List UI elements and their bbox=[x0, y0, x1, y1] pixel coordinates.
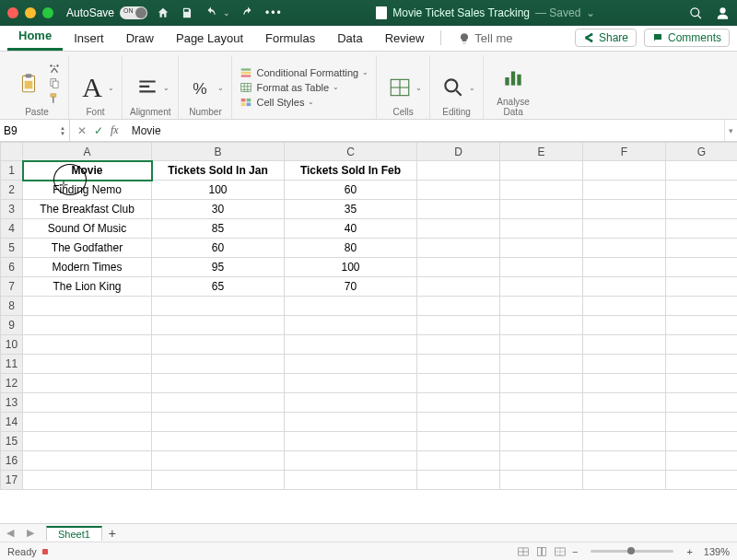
cell[interactable] bbox=[417, 393, 500, 413]
font-button[interactable]: A bbox=[76, 70, 108, 105]
macro-record-icon[interactable] bbox=[42, 549, 48, 554]
tab-formulas[interactable]: Formulas bbox=[254, 31, 326, 51]
cell[interactable] bbox=[285, 471, 417, 490]
cell[interactable] bbox=[23, 471, 152, 490]
cell[interactable] bbox=[666, 258, 738, 277]
tab-insert[interactable]: Insert bbox=[63, 31, 115, 51]
cell[interactable] bbox=[583, 374, 666, 393]
tab-review[interactable]: Review bbox=[374, 31, 436, 51]
undo-menu-chevron-icon[interactable]: ⌄ bbox=[223, 8, 230, 18]
cell[interactable] bbox=[666, 161, 738, 181]
col-header-d[interactable]: D bbox=[417, 143, 500, 161]
row-header[interactable]: 17 bbox=[1, 471, 23, 490]
more-commands-icon[interactable]: ••• bbox=[265, 6, 283, 19]
row-header[interactable]: 12 bbox=[1, 374, 23, 393]
autosave-switch[interactable]: ON bbox=[120, 6, 147, 19]
cell[interactable] bbox=[23, 451, 152, 471]
cell[interactable] bbox=[417, 258, 500, 277]
row-header[interactable]: 1 bbox=[1, 161, 23, 181]
save-icon[interactable] bbox=[181, 6, 193, 19]
page-break-view-icon[interactable] bbox=[554, 545, 567, 558]
cell[interactable] bbox=[152, 316, 285, 335]
sheet-nav-next-icon[interactable]: ▶ bbox=[20, 527, 41, 539]
cell[interactable] bbox=[417, 297, 500, 316]
cell[interactable] bbox=[666, 219, 738, 239]
cell[interactable] bbox=[500, 413, 583, 432]
cell[interactable] bbox=[666, 413, 738, 432]
zoom-slider[interactable] bbox=[591, 550, 673, 553]
cell[interactable] bbox=[152, 374, 285, 393]
autosave-toggle[interactable]: AutoSave ON bbox=[66, 6, 147, 19]
save-status-caret[interactable]: ⌄ bbox=[586, 6, 595, 19]
cell[interactable]: Sound Of Music bbox=[23, 219, 152, 239]
cell[interactable]: 85 bbox=[152, 219, 285, 239]
cell[interactable] bbox=[417, 413, 500, 432]
cell[interactable] bbox=[417, 355, 500, 374]
col-header-b[interactable]: B bbox=[152, 143, 285, 161]
cell[interactable] bbox=[417, 181, 500, 200]
cell[interactable] bbox=[666, 277, 738, 297]
row-header[interactable]: 2 bbox=[1, 181, 23, 200]
row-header[interactable]: 15 bbox=[1, 432, 23, 451]
row-header[interactable]: 10 bbox=[1, 335, 23, 355]
cell[interactable]: Tickets Sold In Feb bbox=[285, 161, 417, 181]
col-header-c[interactable]: C bbox=[285, 143, 417, 161]
cell[interactable] bbox=[285, 297, 417, 316]
cell[interactable]: 100 bbox=[152, 181, 285, 200]
cell[interactable] bbox=[583, 451, 666, 471]
cell[interactable] bbox=[23, 374, 152, 393]
cell[interactable] bbox=[666, 471, 738, 490]
minimize-window-icon[interactable] bbox=[25, 7, 36, 18]
close-window-icon[interactable] bbox=[7, 7, 18, 18]
normal-view-icon[interactable] bbox=[517, 545, 530, 558]
cell[interactable] bbox=[666, 181, 738, 200]
col-header-g[interactable]: G bbox=[666, 143, 738, 161]
cell[interactable] bbox=[285, 432, 417, 451]
font-menu-chevron-icon[interactable]: ⌄ bbox=[108, 84, 114, 92]
select-all-corner[interactable] bbox=[1, 143, 23, 161]
paste-button[interactable] bbox=[13, 66, 44, 101]
cell[interactable]: 80 bbox=[285, 239, 417, 258]
cell[interactable] bbox=[23, 297, 152, 316]
cell[interactable] bbox=[500, 277, 583, 297]
conditional-formatting-button[interactable]: Conditional Formatting⌄ bbox=[240, 66, 368, 79]
search-icon[interactable] bbox=[689, 6, 703, 20]
tab-draw[interactable]: Draw bbox=[115, 31, 165, 51]
col-header-f[interactable]: F bbox=[583, 143, 666, 161]
cell[interactable] bbox=[583, 297, 666, 316]
row-header[interactable]: 3 bbox=[1, 200, 23, 219]
row-header[interactable]: 13 bbox=[1, 393, 23, 413]
cell[interactable]: The Godfather bbox=[23, 239, 152, 258]
cell[interactable]: The Lion King bbox=[23, 277, 152, 297]
cell[interactable] bbox=[583, 219, 666, 239]
name-box-stepper[interactable]: ▲▼ bbox=[60, 125, 65, 136]
cell[interactable] bbox=[152, 335, 285, 355]
cell[interactable]: The Breakfast Club bbox=[23, 200, 152, 219]
cell[interactable] bbox=[23, 355, 152, 374]
analyse-data-button[interactable] bbox=[497, 60, 529, 95]
cell[interactable] bbox=[500, 374, 583, 393]
cell[interactable] bbox=[23, 413, 152, 432]
cell[interactable] bbox=[666, 200, 738, 219]
cell[interactable] bbox=[285, 413, 417, 432]
cell[interactable] bbox=[417, 277, 500, 297]
row-header[interactable]: 16 bbox=[1, 451, 23, 471]
cell[interactable] bbox=[666, 297, 738, 316]
row-header[interactable]: 4 bbox=[1, 219, 23, 239]
cell[interactable] bbox=[152, 451, 285, 471]
cell[interactable] bbox=[500, 200, 583, 219]
row-header[interactable]: 9 bbox=[1, 316, 23, 335]
cell[interactable] bbox=[666, 316, 738, 335]
cell[interactable]: 40 bbox=[285, 219, 417, 239]
cell[interactable] bbox=[666, 239, 738, 258]
comments-button[interactable]: Comments bbox=[644, 29, 730, 47]
cell[interactable]: 100 bbox=[285, 258, 417, 277]
cell-styles-button[interactable]: Cell Styles⌄ bbox=[240, 96, 368, 109]
cell[interactable] bbox=[583, 161, 666, 181]
cell[interactable] bbox=[417, 200, 500, 219]
number-menu-chevron-icon[interactable]: ⌄ bbox=[217, 84, 224, 92]
cell[interactable] bbox=[500, 432, 583, 451]
cell[interactable] bbox=[285, 393, 417, 413]
cell[interactable] bbox=[583, 277, 666, 297]
formula-input[interactable]: Movie bbox=[126, 120, 724, 141]
